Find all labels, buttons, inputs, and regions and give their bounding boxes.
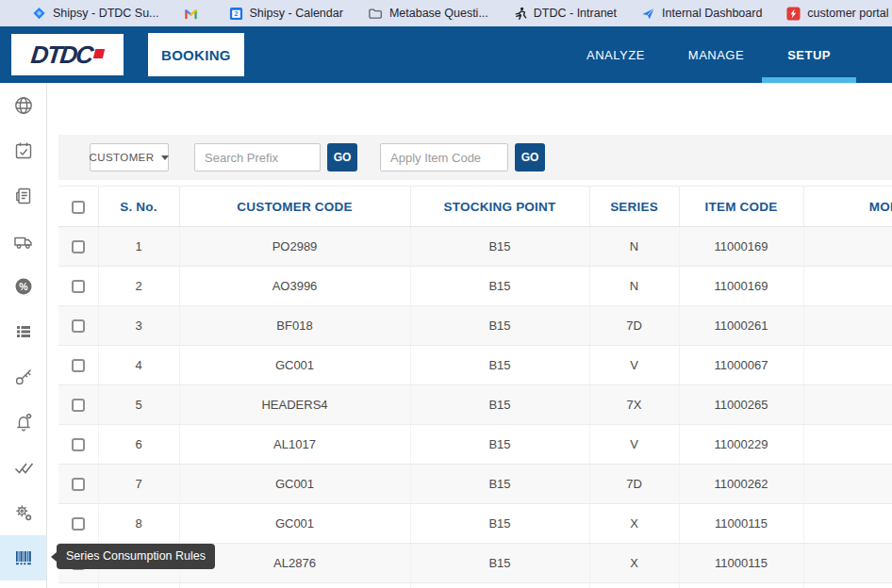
row-checkbox[interactable] xyxy=(72,280,85,293)
cell-item: 11000067 xyxy=(679,346,803,385)
dtdc-logo[interactable]: DTDC xyxy=(11,34,124,75)
calendar-check-icon xyxy=(13,140,34,161)
table-row-partial xyxy=(58,583,892,588)
cell-sno: 2 xyxy=(98,267,179,306)
cell-month xyxy=(803,267,892,306)
filter-bar: CUSTOMER GO GO xyxy=(58,135,892,180)
row-checkbox[interactable] xyxy=(72,517,85,531)
globe-icon xyxy=(13,95,34,116)
bookmark-label: customer portal xyxy=(807,7,888,20)
table-row: 5 HEADERS4 B15 7X 11000265 xyxy=(58,385,892,425)
cell-month xyxy=(803,544,892,583)
cell-sno: 6 xyxy=(98,425,179,465)
sidebar-item-discounts[interactable]: % xyxy=(0,264,46,309)
cell-month xyxy=(803,346,892,385)
truck-icon xyxy=(13,231,34,252)
cell-item: 11000229 xyxy=(679,425,803,465)
bookmark-metabase-questions[interactable]: Metabase Questi... xyxy=(368,7,488,21)
sidebar-item-keys[interactable] xyxy=(0,354,46,400)
sidebar-item-approvals[interactable] xyxy=(0,445,46,490)
folder-icon xyxy=(368,7,383,21)
rules-table: S. No. CUSTOMER CODE STOCKING POINT SERI… xyxy=(58,186,892,588)
cell-item: 11000265 xyxy=(679,385,803,425)
cell-month xyxy=(803,385,892,425)
sidebar: % xyxy=(0,83,47,588)
cell-stocking: B15 xyxy=(410,227,589,267)
row-checkbox[interactable] xyxy=(72,438,85,451)
google-calendar-icon: 2 xyxy=(229,7,243,21)
send-icon xyxy=(641,7,655,21)
cell-customer: AO3996 xyxy=(179,267,410,306)
nav-analyze-label: ANALYZE xyxy=(586,48,645,62)
apply-item-code-input[interactable] xyxy=(380,143,508,172)
cell-stocking: B15 xyxy=(410,346,589,385)
entity-type-dropdown[interactable]: CUSTOMER xyxy=(90,143,169,172)
row-checkbox[interactable] xyxy=(72,399,85,412)
col-item-code: ITEM CODE xyxy=(679,187,803,227)
cell-customer: AL1017 xyxy=(179,425,410,465)
row-checkbox[interactable] xyxy=(72,240,85,253)
cell-customer: HEADERS4 xyxy=(179,385,410,425)
nav-setup[interactable]: SETUP xyxy=(766,26,852,83)
bookmark-gmail[interactable] xyxy=(184,7,205,21)
bookmark-internal-dashboard[interactable]: Internal Dashboard xyxy=(641,7,762,21)
cell-item: 11000169 xyxy=(679,267,803,306)
cell-stocking: B15 xyxy=(410,544,589,583)
row-checkbox[interactable] xyxy=(72,319,85,333)
sidebar-item-notifications[interactable] xyxy=(0,400,46,445)
cell-stocking: B15 xyxy=(410,465,589,504)
cell-item: 11000261 xyxy=(679,306,803,346)
cell-sno: 4 xyxy=(98,346,179,385)
select-all-checkbox[interactable] xyxy=(72,201,85,214)
module-label-text: BOOKING xyxy=(161,47,231,63)
cell-stocking: B15 xyxy=(410,306,589,346)
nav-analyze[interactable]: ANALYZE xyxy=(565,26,667,83)
bookmark-customer-portal[interactable]: customer portal xyxy=(786,7,888,21)
table-row: 2 AO3996 B15 N 11000169 xyxy=(58,267,892,306)
cell-stocking: B15 xyxy=(410,267,589,306)
sidebar-item-documents[interactable] xyxy=(0,173,46,219)
double-check-icon xyxy=(13,457,34,478)
sidebar-item-list[interactable] xyxy=(0,309,46,354)
row-checkbox[interactable] xyxy=(72,478,85,491)
cell-month xyxy=(803,504,892,544)
dtdc-logo-red-square-icon xyxy=(93,49,105,58)
bookmark-label: DTDC - Intranet xyxy=(534,7,617,20)
select-all-cell xyxy=(58,187,98,227)
cell-stocking: B15 xyxy=(410,385,589,425)
bell-gear-icon xyxy=(13,412,34,433)
cell-stocking: B15 xyxy=(410,425,589,465)
apply-item-code-go-button[interactable]: GO xyxy=(515,143,545,172)
sidebar-item-series-consumption-rules[interactable] xyxy=(0,535,46,580)
bookmark-shipsy-dtdc[interactable]: Shipsy - DTDC Su... xyxy=(32,7,159,21)
table-row: 1 PO2989 B15 N 11000169 xyxy=(58,227,892,267)
sidebar-item-calendar[interactable] xyxy=(0,128,46,173)
svg-text:2: 2 xyxy=(234,10,238,17)
list-icon xyxy=(13,321,34,342)
cell-customer: PO2989 xyxy=(179,227,410,267)
sidebar-tooltip: Series Consumption Rules xyxy=(57,544,215,569)
cell-month xyxy=(803,425,892,465)
col-stocking-point: STOCKING POINT xyxy=(410,187,589,227)
search-prefix-input[interactable] xyxy=(194,143,321,172)
row-checkbox[interactable] xyxy=(72,359,85,372)
nav-manage[interactable]: MANAGE xyxy=(667,26,766,83)
cell-customer: GC001 xyxy=(179,346,410,385)
sidebar-item-truck[interactable] xyxy=(0,219,46,264)
cell-series: V xyxy=(589,425,679,465)
cell-month xyxy=(803,306,892,346)
bookmark-shipsy-calendar[interactable]: 2 Shipsy - Calendar xyxy=(229,7,343,21)
entity-type-value: CUSTOMER xyxy=(90,152,155,163)
search-prefix-go-button[interactable]: GO xyxy=(327,143,357,172)
col-series: SERIES xyxy=(589,187,679,227)
sidebar-item-globe[interactable] xyxy=(0,83,46,128)
bookmark-dtdc-intranet[interactable]: DTDC - Intranet xyxy=(513,7,617,21)
cell-series: N xyxy=(589,267,679,306)
nav-setup-label: SETUP xyxy=(787,48,831,62)
rules-table-area: S. No. CUSTOMER CODE STOCKING POINT SERI… xyxy=(58,186,892,588)
cell-series: 7D xyxy=(589,465,679,504)
module-label: BOOKING xyxy=(148,33,244,76)
gmail-icon xyxy=(184,7,198,21)
bookmark-label: Internal Dashboard xyxy=(662,7,762,20)
sidebar-item-settings[interactable] xyxy=(0,490,46,535)
